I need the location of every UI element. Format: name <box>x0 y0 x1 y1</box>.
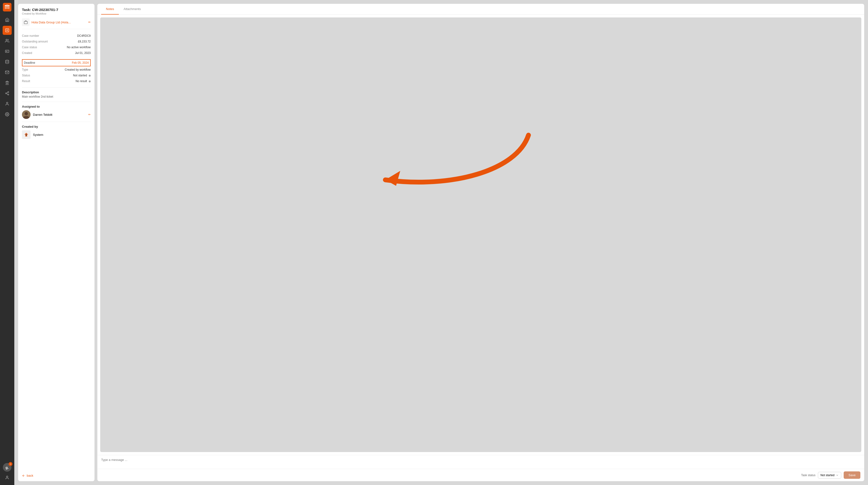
result-label: Result <box>22 78 56 84</box>
svg-point-17 <box>6 102 8 103</box>
case-number-value: DC4RDC9 <box>56 33 91 39</box>
status-dropdown[interactable]: Not started <box>818 472 841 479</box>
bank-nav-item[interactable] <box>3 78 12 87</box>
company-row[interactable]: Hola Data Group Ltd (Hola... ✏ <box>22 19 91 29</box>
svg-line-15 <box>6 94 8 94</box>
assigned-avatar <box>22 110 31 119</box>
result-value: No result <box>56 78 91 84</box>
database-nav-item[interactable] <box>3 57 12 66</box>
created-row: Created Jul 01, 2023 <box>22 50 91 56</box>
description-title: Description <box>22 90 91 94</box>
app-logo[interactable] <box>3 3 11 11</box>
status-dropdown-value: Not started <box>820 474 835 477</box>
chevron-down-icon <box>836 474 839 477</box>
save-button[interactable]: Save <box>844 472 860 479</box>
message-input[interactable] <box>101 458 860 465</box>
svg-rect-20 <box>24 22 27 24</box>
system-name: System <box>33 133 43 137</box>
svg-point-5 <box>5 60 9 61</box>
company-name: Hola Data Group Ltd (Hola... <box>31 21 86 24</box>
status-label: Status <box>22 72 56 78</box>
settings-nav-item[interactable] <box>3 110 12 119</box>
outstanding-amount-label: Outstanding amount <box>22 39 56 44</box>
divider-3 <box>22 122 91 122</box>
outstanding-amount-row: Outstanding amount £8,153.72 <box>22 39 91 44</box>
right-panel: Notes Attachments Task status Not starte… <box>97 4 864 481</box>
svg-point-22 <box>25 112 28 115</box>
profile-nav-item[interactable] <box>3 473 12 482</box>
assigned-name: Darren Tebbitt <box>33 113 86 117</box>
result-row: Result No result <box>22 78 91 84</box>
notification-count: 1 <box>8 462 12 466</box>
task-status-label: Task status <box>801 474 815 477</box>
assigned-to-row: Darren Tebbitt ✏ <box>22 110 91 119</box>
message-input-area <box>97 455 864 469</box>
system-logo <box>22 130 31 139</box>
svg-marker-11 <box>6 81 8 82</box>
deadline-highlight-row: Deadline Feb 05, 2024 <box>22 59 91 66</box>
svg-point-19 <box>6 476 8 477</box>
svg-point-2 <box>6 39 7 40</box>
mail-nav-item[interactable] <box>3 68 12 77</box>
left-panel: Task: CW-20230701-7 Created by Workflow … <box>18 4 94 481</box>
assigned-to-title: Assigned to <box>22 105 91 109</box>
case-number-row: Case number DC4RDC9 <box>22 33 91 39</box>
status-row: Status Not started <box>22 72 91 78</box>
divider-1 <box>22 87 91 88</box>
tasks-nav-item[interactable] <box>3 26 12 35</box>
created-value: Jul 01, 2023 <box>56 50 91 56</box>
description-text: Main workflow 2nd ticket <box>22 95 91 98</box>
main-content: Task: CW-20230701-7 Created by Workflow … <box>14 0 868 485</box>
contact-card-nav-item[interactable] <box>3 47 12 56</box>
back-label: back <box>27 474 33 477</box>
deadline-value: Feb 05, 2024 <box>56 59 90 66</box>
assigned-edit-icon[interactable]: ✏ <box>88 113 91 116</box>
created-label: Created <box>22 50 56 56</box>
company-edit-icon[interactable]: ✏ <box>88 21 91 24</box>
task-subtitle: Created by Workflow <box>22 12 91 15</box>
task-info-table: Case number DC4RDC9 Outstanding amount £… <box>22 33 91 56</box>
case-status-label: Case status <box>22 44 56 50</box>
notes-tab[interactable]: Notes <box>101 4 119 14</box>
outstanding-amount-value: £8,153.72 <box>56 39 91 44</box>
task-extra-info-table: Type Created by workflow Status Not star… <box>22 67 91 84</box>
notification-badge-area[interactable]: g. 1 <box>3 463 11 472</box>
svg-line-16 <box>6 92 8 93</box>
team-nav-item[interactable] <box>3 99 12 109</box>
svg-point-4 <box>6 51 7 52</box>
case-status-row: Case status No active workflow <box>22 44 91 50</box>
svg-point-14 <box>8 94 9 95</box>
created-by-title: Created by <box>22 125 91 128</box>
status-value: Not started <box>56 72 91 78</box>
tabs-bar: Notes Attachments <box>97 4 864 14</box>
type-label: Type <box>22 67 56 72</box>
attachments-tab[interactable]: Attachments <box>119 4 146 14</box>
created-by-row: System <box>22 130 91 139</box>
case-number-label: Case number <box>22 33 56 39</box>
result-dot <box>89 81 91 82</box>
footer-bar: Task status Not started Save <box>97 469 864 481</box>
svg-point-13 <box>5 93 7 94</box>
type-row: Type Created by workflow <box>22 67 91 72</box>
svg-point-12 <box>8 92 9 93</box>
task-title: Task: CW-20230701-7 <box>22 8 91 12</box>
notes-content-area <box>100 18 861 452</box>
home-nav-item[interactable] <box>3 15 12 24</box>
deadline-label: Deadline <box>22 59 56 66</box>
workflow-nav-item[interactable] <box>3 89 12 98</box>
svg-point-18 <box>7 114 8 115</box>
sidebar-bottom: g. 1 <box>3 463 12 482</box>
status-dot <box>89 75 91 77</box>
contacts-nav-item[interactable] <box>3 36 12 46</box>
type-value: Created by workflow <box>56 67 91 72</box>
company-icon <box>22 19 30 26</box>
case-status-value: No active workflow <box>56 44 91 50</box>
back-link[interactable]: back <box>22 474 33 477</box>
sidebar: g. 1 <box>0 0 14 485</box>
